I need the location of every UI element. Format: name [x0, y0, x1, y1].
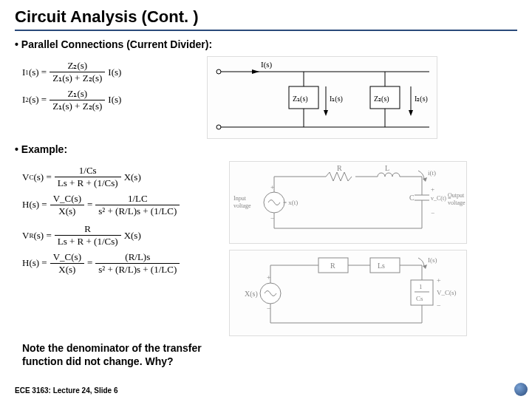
- diagram-rlc-time: + − Input voltage = x(t) R L i(t): [229, 161, 467, 244]
- label-I1: I₁(s): [330, 95, 343, 103]
- svg-marker-26: [423, 177, 427, 182]
- svg-text:X(s): X(s): [245, 290, 258, 299]
- note-line1: Note the denominator of the transfer: [22, 342, 517, 354]
- svg-text:V_C(s): V_C(s): [437, 289, 457, 296]
- svg-marker-4: [252, 69, 259, 74]
- svg-text:voltage: voltage: [233, 202, 251, 209]
- svg-text:−: −: [431, 209, 434, 216]
- title-underline: [15, 30, 517, 31]
- svg-text:R: R: [337, 164, 342, 172]
- label-Z2: Z₂(s): [374, 95, 389, 103]
- eq-vr: VR(s) = RLs + R + (1/Cs) X(s): [22, 224, 214, 248]
- svg-text:R: R: [330, 262, 335, 270]
- diagram-rlc-sdomain: + − X(s) R Ls I(s): [229, 250, 467, 336]
- eq-h1: H(s) = V_C(s)X(s) = 1/LCs² + (R/L)s + (1…: [22, 194, 214, 217]
- equations-example: VC(s) = 1/CsLs + R + (1/Cs) X(s) H(s) = …: [22, 161, 214, 279]
- equations-current-divider: I1(s) = Z₂(s)Z₁(s) + Z₂(s) I(s) I2(s) = …: [22, 56, 192, 116]
- svg-text:Ls: Ls: [378, 262, 385, 270]
- svg-point-1: [216, 125, 221, 129]
- svg-text:I(s): I(s): [428, 256, 437, 264]
- svg-text:i(t): i(t): [428, 169, 436, 177]
- bullet-example: Example:: [15, 143, 517, 155]
- bullet-parallel: Parallel Connections (Current Divider):: [15, 38, 517, 50]
- svg-marker-51: [423, 265, 427, 269]
- svg-text:Cs: Cs: [416, 295, 423, 302]
- eq-vc: VC(s) = 1/CsLs + R + (1/Cs) X(s): [22, 166, 214, 189]
- globe-logo-icon: [514, 383, 528, 396]
- note-line2: function did not change. Why?: [22, 355, 517, 367]
- eq-i1: I1(s) = Z₂(s)Z₁(s) + Z₂(s) I(s): [22, 61, 192, 84]
- label-output-voltage: Output: [448, 192, 465, 199]
- svg-marker-14: [409, 110, 413, 116]
- svg-text:= x(t): = x(t): [283, 199, 298, 206]
- slide-footer: ECE 3163: Lecture 24, Slide 6: [15, 386, 118, 395]
- eq-h2: H(s) = V_C(s)X(s) = (R/L)ss² + (R/L)s + …: [22, 252, 214, 276]
- label-Is: I(s): [261, 60, 273, 69]
- label-input-voltage: Input: [233, 195, 247, 202]
- svg-rect-48: [370, 258, 400, 273]
- eq-i2: I2(s) = Z₁(s)Z₁(s) + Z₂(s) I(s): [22, 89, 192, 112]
- svg-text:+: +: [431, 185, 434, 193]
- svg-text:C: C: [409, 194, 415, 202]
- svg-text:1: 1: [419, 283, 423, 290]
- svg-text:−: −: [437, 301, 441, 310]
- svg-text:voltage: voltage: [448, 200, 466, 206]
- svg-point-0: [216, 69, 221, 74]
- label-Z1: Z₁(s): [293, 95, 308, 103]
- label-I2: I₂(s): [415, 95, 428, 103]
- svg-text:L: L: [385, 164, 389, 172]
- svg-text:+: +: [437, 276, 441, 284]
- slide-title: Circuit Analysis (Cont. ): [15, 7, 517, 27]
- svg-marker-9: [324, 110, 328, 116]
- diagram-current-divider: I(s) Z₁(s) I₁(s) Z₂(s) I₂(s): [207, 56, 437, 139]
